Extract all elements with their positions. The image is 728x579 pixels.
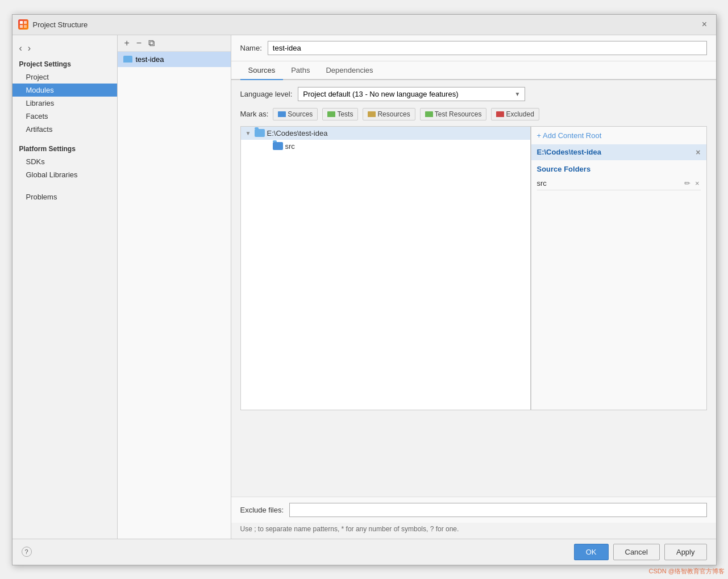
sidebar-item-problems[interactable]: Problems <box>13 190 117 203</box>
sidebar-item-artifacts[interactable]: Artifacts <box>13 123 117 136</box>
sidebar-item-modules[interactable]: Modules <box>13 84 117 97</box>
tree-expand-icon: ▼ <box>246 130 252 136</box>
svg-rect-3 <box>24 25 27 28</box>
source-folder-remove-button[interactable]: × <box>694 179 701 188</box>
exclude-hint: Use ; to separate name patterns, * for a… <box>231 523 716 539</box>
right-panel: Name: Sources Paths Dependencies La <box>231 35 716 539</box>
markas-row: Mark as: Sources Tests Resources <box>240 108 707 120</box>
project-settings-header: Project Settings <box>13 57 117 70</box>
markas-excluded-button[interactable]: Excluded <box>491 108 539 120</box>
source-folder-actions: ✏ × <box>683 179 701 188</box>
name-label: Name: <box>240 44 262 52</box>
close-icon[interactable]: × <box>699 19 710 30</box>
language-level-row: Language level: Project default (13 - No… <box>240 87 707 101</box>
source-folder-item-label: src <box>537 179 547 188</box>
titlebar-title: Project Structure <box>33 20 88 29</box>
content-root-close-icon[interactable]: × <box>696 148 700 157</box>
language-level-value: Project default (13 - No new language fe… <box>303 90 458 98</box>
tree-panel: ▼ E:\Codes\test-idea src <box>240 126 707 410</box>
resources-folder-icon <box>368 111 376 117</box>
exclude-files-input[interactable] <box>289 503 706 517</box>
app-icon <box>18 19 28 30</box>
bottom-bar: ? OK Cancel Apply <box>13 539 716 565</box>
right-info-panel-header: + Add Content Root <box>531 127 706 144</box>
tree-child-label: src <box>285 142 295 151</box>
source-folders-title: Source Folders <box>537 165 701 173</box>
platform-settings-header: Platform Settings <box>13 141 117 155</box>
bottom-right: OK Cancel Apply <box>574 544 707 560</box>
svg-rect-1 <box>24 21 27 24</box>
add-content-root-button[interactable]: + Add Content Root <box>537 131 602 140</box>
test-resources-folder-icon <box>425 111 433 117</box>
tabs-row: Sources Paths Dependencies <box>231 61 716 80</box>
tab-dependencies[interactable]: Dependencies <box>318 61 381 80</box>
add-module-button[interactable]: + <box>122 38 132 49</box>
content-area: Language level: Project default (13 - No… <box>231 80 716 497</box>
tab-paths[interactable]: Paths <box>283 61 318 80</box>
sources-folder-icon <box>278 111 286 117</box>
module-list-item-label: test-idea <box>136 55 164 64</box>
titlebar-left: Project Structure <box>18 19 88 30</box>
module-list-panel: + − ⧉ test-idea <box>118 35 231 539</box>
dialog-body: ‹ › Project Settings Project Modules Lib… <box>13 35 716 539</box>
titlebar: Project Structure × <box>13 15 716 35</box>
markas-label: Mark as: <box>240 110 269 118</box>
tree-folder-icon <box>255 129 265 137</box>
exclude-files-label: Exclude files: <box>240 506 284 514</box>
help-icon[interactable]: ? <box>22 547 32 557</box>
content-root-path-label: E:\Codes\test-idea <box>537 148 601 156</box>
tab-sources[interactable]: Sources <box>240 61 284 80</box>
sidebar-item-facets[interactable]: Facets <box>13 110 117 123</box>
nav-forward-button[interactable]: › <box>26 42 33 55</box>
remove-module-button[interactable]: − <box>134 38 144 49</box>
sidebar-item-sdks[interactable]: SDKs <box>13 155 117 168</box>
tree-area[interactable]: ▼ E:\Codes\test-idea src <box>240 126 531 410</box>
tests-folder-icon <box>327 111 335 117</box>
bottom-left: ? <box>22 547 32 557</box>
sidebar-item-global-libraries[interactable]: Global Libraries <box>13 168 117 181</box>
ok-button[interactable]: OK <box>574 544 609 560</box>
sidebar: ‹ › Project Settings Project Modules Lib… <box>13 35 118 539</box>
tree-child-item[interactable]: src <box>241 140 530 153</box>
module-folder-icon <box>123 56 132 63</box>
svg-rect-0 <box>20 21 23 24</box>
nav-back-button[interactable]: ‹ <box>17 42 24 55</box>
excluded-folder-icon <box>496 111 504 117</box>
tree-child-folder-icon <box>273 142 283 150</box>
project-structure-dialog: Project Structure × ‹ › Project Settings… <box>12 14 717 565</box>
apply-button[interactable]: Apply <box>664 544 707 560</box>
select-arrow-icon: ▼ <box>514 91 520 97</box>
copy-module-button[interactable]: ⧉ <box>146 38 157 49</box>
tree-root-label: E:\Codes\test-idea <box>267 129 328 138</box>
cancel-button[interactable]: Cancel <box>613 544 660 560</box>
language-level-select[interactable]: Project default (13 - No new language fe… <box>298 87 525 101</box>
sidebar-item-project[interactable]: Project <box>13 70 117 84</box>
exclude-files-row: Exclude files: <box>231 497 716 523</box>
language-level-label: Language level: <box>240 90 293 98</box>
tree-root-item[interactable]: ▼ E:\Codes\test-idea <box>241 127 530 140</box>
svg-rect-2 <box>20 25 23 28</box>
source-folders-section: Source Folders src ✏ × <box>531 160 706 195</box>
name-input[interactable] <box>268 41 707 55</box>
sidebar-item-libraries[interactable]: Libraries <box>13 97 117 110</box>
source-folder-item: src ✏ × <box>537 177 701 190</box>
right-info-panel: + Add Content Root E:\Codes\test-idea × … <box>531 126 707 410</box>
markas-resources-button[interactable]: Resources <box>363 108 415 120</box>
markas-test-resources-button[interactable]: Test Resources <box>420 108 487 120</box>
watermark: CSDN @络智教育官方博客 <box>649 567 725 576</box>
module-list-toolbar: + − ⧉ <box>118 35 231 52</box>
markas-tests-button[interactable]: Tests <box>322 108 358 120</box>
module-list-item[interactable]: test-idea <box>118 52 231 67</box>
source-folder-edit-button[interactable]: ✏ <box>683 179 692 188</box>
content-root-path: E:\Codes\test-idea × <box>531 144 706 160</box>
sidebar-nav-buttons: ‹ › <box>13 40 117 57</box>
name-row: Name: <box>231 35 716 61</box>
markas-sources-button[interactable]: Sources <box>273 108 318 120</box>
